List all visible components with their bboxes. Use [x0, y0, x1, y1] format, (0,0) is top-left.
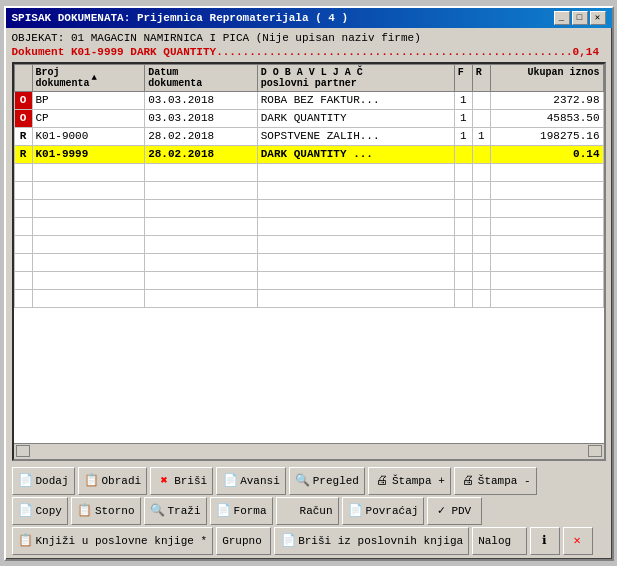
row-doc-cell: BP	[32, 91, 145, 109]
row-partner-cell: DARK QUANTITY	[257, 109, 454, 127]
table-row[interactable]: OBP03.03.2018ROBA BEZ FAKTUR...12372.98	[14, 91, 603, 109]
nalog-button[interactable]: Nalog	[472, 527, 527, 555]
col-r-header[interactable]: R	[472, 64, 490, 91]
storno-button[interactable]: 📋 Storno	[71, 497, 141, 525]
pregled-button[interactable]: 🔍 Pregled	[289, 467, 365, 495]
avansi-icon: 📄	[222, 473, 238, 489]
toolbar-row-2: 📄 Copy 📋 Storno 🔍 Traži 📄 Forma R	[12, 497, 606, 525]
stampa-plus-button[interactable]: 🖨 Štampa +	[368, 467, 451, 495]
row-amount-cell: 0.14	[490, 145, 603, 163]
row-doc-cell: K01-9999	[32, 145, 145, 163]
close-button[interactable]: ✕	[590, 11, 606, 25]
maximize-button[interactable]: □	[572, 11, 588, 25]
col-amount-header[interactable]: Ukupan iznos	[490, 64, 603, 91]
row-r-cell	[472, 91, 490, 109]
copy-icon: 📄	[18, 503, 34, 519]
pregled-icon: 🔍	[295, 473, 311, 489]
trazi-icon: 🔍	[150, 503, 166, 519]
dodaj-icon: 📄	[18, 473, 34, 489]
documents-table: Brojdokumenta ▲ Datumdokumenta D O B A V…	[14, 64, 604, 308]
main-window: SPISAK DOKUMENATA: Prijemnica Repromater…	[4, 6, 614, 561]
row-partner-cell: SOPSTVENE ZALIH...	[257, 127, 454, 145]
brisi-button[interactable]: ✖ Briši	[150, 467, 213, 495]
content-area: OBJEKAT: 01 MAGACIN NAMIRNICA I PICA (Ni…	[6, 28, 612, 559]
stampa-plus-icon: 🖨	[374, 473, 390, 489]
close-x-button[interactable]: ✕	[563, 527, 593, 555]
forma-icon: 📄	[216, 503, 232, 519]
row-date-cell: 03.03.2018	[145, 91, 258, 109]
row-type-cell: R	[14, 127, 32, 145]
row-amount-cell: 45853.50	[490, 109, 603, 127]
table-row-empty	[14, 253, 603, 271]
row-r-cell	[472, 145, 490, 163]
pdv-button[interactable]: ✓ PDV	[427, 497, 482, 525]
row-r-cell: 1	[472, 127, 490, 145]
info-button[interactable]: ℹ	[530, 527, 560, 555]
row-f-cell: 1	[454, 109, 472, 127]
toolbar-row-1: 📄 Dodaj 📋 Obradi ✖ Briši 📄 Avansi 🔍	[12, 467, 606, 495]
col-doc-header[interactable]: Brojdokumenta ▲	[32, 64, 145, 91]
row-date-cell: 03.03.2018	[145, 109, 258, 127]
minimize-button[interactable]: _	[554, 11, 570, 25]
stampa-minus-button[interactable]: 🖨 Štampa -	[454, 467, 537, 495]
table-row-empty	[14, 271, 603, 289]
racun-icon	[282, 503, 298, 519]
row-date-cell: 28.02.2018	[145, 127, 258, 145]
row-type-cell: R	[14, 145, 32, 163]
row-partner-cell: DARK QUANTITY ...	[257, 145, 454, 163]
horizontal-scrollbar[interactable]	[14, 443, 604, 459]
row-f-cell	[454, 145, 472, 163]
copy-button[interactable]: 📄 Copy	[12, 497, 68, 525]
sort-arrow: ▲	[92, 73, 97, 83]
brisi-iz-icon: 📄	[280, 533, 296, 549]
title-bar-buttons: _ □ ✕	[554, 11, 606, 25]
header-line2: Dokument K01-9999 DARK QUANTITY.........…	[12, 46, 606, 58]
row-f-cell: 1	[454, 127, 472, 145]
table-row-empty	[14, 163, 603, 181]
row-amount-cell: 2372.98	[490, 91, 603, 109]
dodaj-button[interactable]: 📄 Dodaj	[12, 467, 75, 495]
row-r-cell	[472, 109, 490, 127]
window-title: SPISAK DOKUMENATA: Prijemnica Repromater…	[12, 12, 349, 24]
col-f-header[interactable]: F	[454, 64, 472, 91]
col-partner-header[interactable]: D O B A V L J A Čposlovni partner	[257, 64, 454, 91]
racun-button[interactable]: Račun	[276, 497, 339, 525]
table-scroll-area[interactable]: Brojdokumenta ▲ Datumdokumenta D O B A V…	[14, 64, 604, 443]
row-doc-cell: CP	[32, 109, 145, 127]
table-row[interactable]: RK01-999928.02.2018DARK QUANTITY ...0.14	[14, 145, 603, 163]
table-row-empty	[14, 199, 603, 217]
trazi-button[interactable]: 🔍 Traži	[144, 497, 207, 525]
povracaj-icon: 📄	[348, 503, 364, 519]
row-type-cell: O	[14, 109, 32, 127]
col-date-header[interactable]: Datumdokumenta	[145, 64, 258, 91]
table-row-empty	[14, 217, 603, 235]
knjizi-button[interactable]: 📋 Knjiži u poslovne knjige *	[12, 527, 214, 555]
obradi-button[interactable]: 📋 Obradi	[78, 467, 148, 495]
col-type-header	[14, 64, 32, 91]
table-row-empty	[14, 181, 603, 199]
table-row-empty	[14, 289, 603, 307]
obradi-icon: 📋	[84, 473, 100, 489]
storno-icon: 📋	[77, 503, 93, 519]
povracaj-button[interactable]: 📄 Povraćaj	[342, 497, 425, 525]
row-type-cell: O	[14, 91, 32, 109]
title-bar: SPISAK DOKUMENATA: Prijemnica Repromater…	[6, 8, 612, 28]
row-date-cell: 28.02.2018	[145, 145, 258, 163]
forma-button[interactable]: 📄 Forma	[210, 497, 273, 525]
row-f-cell: 1	[454, 91, 472, 109]
brisi-iz-button[interactable]: 📄 Briši iz poslovnih knjiga	[274, 527, 469, 555]
info-icon: ℹ	[536, 533, 552, 549]
row-partner-cell: ROBA BEZ FAKTUR...	[257, 91, 454, 109]
knjizi-icon: 📋	[18, 533, 34, 549]
brisi-icon: ✖	[156, 473, 172, 489]
close-x-icon: ✕	[569, 533, 585, 549]
table-row[interactable]: OCP03.03.2018DARK QUANTITY145853.50	[14, 109, 603, 127]
header-line1: OBJEKAT: 01 MAGACIN NAMIRNICA I PICA (Ni…	[12, 32, 606, 44]
row-amount-cell: 198275.16	[490, 127, 603, 145]
toolbar-row-3: 📋 Knjiži u poslovne knjige * Grupno 📄 Br…	[12, 527, 606, 555]
documents-table-container: Brojdokumenta ▲ Datumdokumenta D O B A V…	[12, 62, 606, 461]
avansi-button[interactable]: 📄 Avansi	[216, 467, 286, 495]
table-row[interactable]: RK01-900028.02.2018SOPSTVENE ZALIH...111…	[14, 127, 603, 145]
table-row-empty	[14, 235, 603, 253]
grupno-button[interactable]: Grupno	[216, 527, 271, 555]
